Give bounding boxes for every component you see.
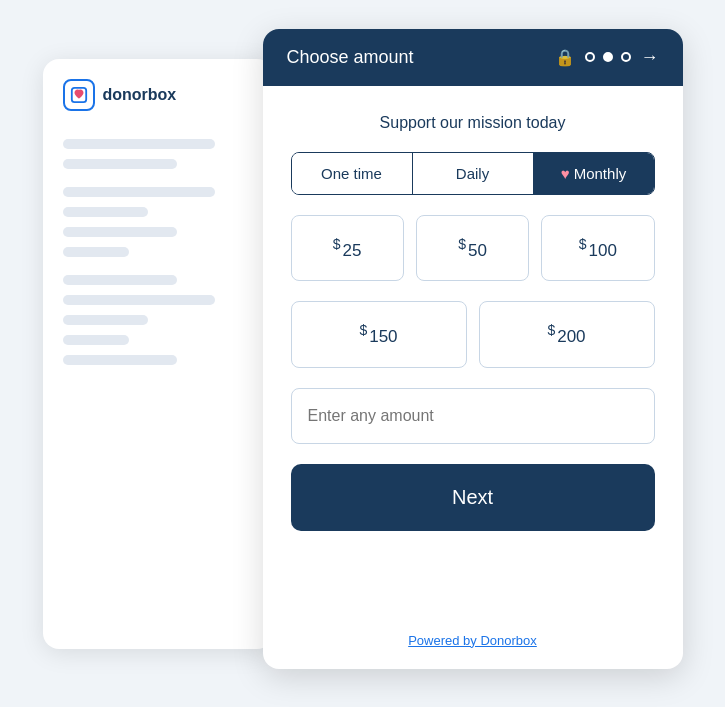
sidebar-line: [63, 187, 215, 197]
amount-btn-200[interactable]: $200: [479, 301, 655, 368]
progress-dot-3: [621, 52, 631, 62]
modal-header: Choose amount 🔒 →: [263, 29, 683, 86]
amount-btn-100[interactable]: $100: [541, 215, 654, 282]
sidebar-line: [63, 247, 130, 257]
modal-card: Choose amount 🔒 → Support our mission to…: [263, 29, 683, 669]
sidebar-line: [63, 275, 177, 285]
sidebar-line: [63, 159, 177, 169]
page-container: donorbox Choose amount 🔒: [43, 29, 683, 679]
powered-by-link[interactable]: Powered by Donorbox: [408, 633, 537, 648]
sidebar-section-1: [63, 187, 253, 257]
sidebar: donorbox: [43, 59, 273, 649]
sidebar-line: [63, 207, 149, 217]
sidebar-line: [63, 355, 177, 365]
modal-footer: Powered by Donorbox: [263, 631, 683, 669]
sidebar-lines: [63, 139, 253, 169]
modal-title: Choose amount: [287, 47, 414, 68]
modal-body: Support our mission today One time Daily…: [263, 86, 683, 631]
next-button[interactable]: Next: [291, 464, 655, 531]
amount-btn-25[interactable]: $25: [291, 215, 404, 282]
amount-grid: $25 $50 $100: [291, 215, 655, 282]
amount-btn-150[interactable]: $150: [291, 301, 467, 368]
arrow-right-icon: →: [641, 47, 659, 68]
amount-btn-50[interactable]: $50: [416, 215, 529, 282]
progress-dot-1: [585, 52, 595, 62]
heart-icon: ♥: [561, 165, 570, 182]
tab-monthly[interactable]: ♥Monthly: [533, 153, 654, 194]
tab-one-time[interactable]: One time: [292, 153, 412, 194]
progress-dots: [585, 52, 631, 62]
sidebar-line: [63, 295, 215, 305]
support-text: Support our mission today: [291, 114, 655, 132]
amount-row-2: $150 $200: [291, 301, 655, 368]
donorbox-logo-icon: [63, 79, 95, 111]
sidebar-logo: donorbox: [63, 79, 253, 111]
sidebar-line: [63, 139, 215, 149]
lock-icon: 🔒: [555, 48, 575, 67]
progress-dot-2: [603, 52, 613, 62]
header-right: 🔒 →: [555, 47, 659, 68]
logo-text: donorbox: [103, 86, 177, 104]
sidebar-section-2: [63, 275, 253, 365]
sidebar-line: [63, 227, 177, 237]
sidebar-line: [63, 315, 149, 325]
custom-amount-input[interactable]: [291, 388, 655, 444]
tab-daily[interactable]: Daily: [412, 153, 533, 194]
sidebar-line: [63, 335, 130, 345]
frequency-tabs: One time Daily ♥Monthly: [291, 152, 655, 195]
